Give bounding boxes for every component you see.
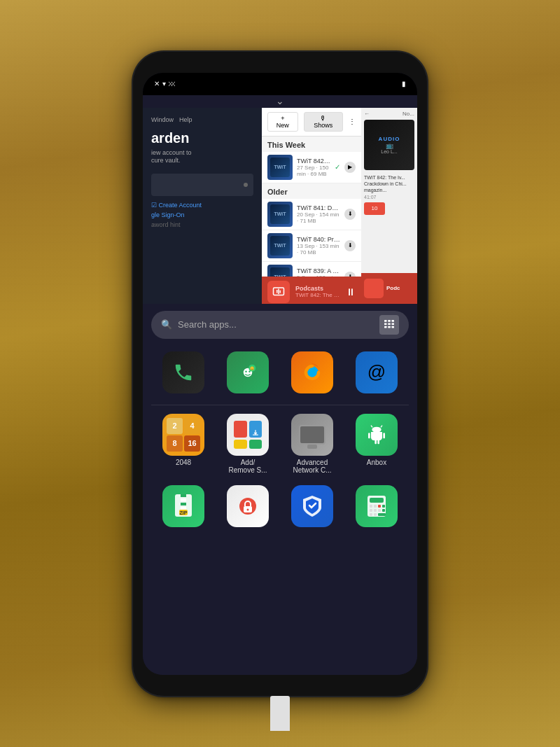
svg-point-21 xyxy=(372,426,381,432)
svg-rect-39 xyxy=(374,509,377,512)
svg-point-14 xyxy=(245,370,247,372)
episode-842[interactable]: TWiT TWiT 842: The Ivermectin ... 27 Sep… xyxy=(262,152,361,183)
right-panel-bottom-bar: Podc xyxy=(361,273,417,304)
audio-tv-thumbnail: AUDIO 📺 Leo L... xyxy=(364,120,414,170)
tile-8: 8 xyxy=(167,435,183,452)
app-addremove[interactable]: Add/Remove S... xyxy=(223,414,273,474)
episode-title-839: TWiT 839: A Faster Horse - A... xyxy=(297,267,340,274)
back-arrow[interactable]: ← xyxy=(364,111,370,117)
shows-button[interactable]: 🎙 Shows xyxy=(304,112,343,132)
app-bitwarden[interactable] xyxy=(287,485,337,530)
svg-rect-10 xyxy=(384,326,387,328)
svg-rect-6 xyxy=(392,320,395,322)
anbox-app-icon[interactable] xyxy=(356,414,398,456)
panel-password-manager: Window Help arden iew account tocure vau… xyxy=(143,108,262,307)
panel-podcasts[interactable]: + New 🎙 Shows ⋮ This Week TWiT TWiT 842:… xyxy=(262,108,361,307)
svg-rect-11 xyxy=(388,326,391,328)
at-sign: @ xyxy=(368,361,386,383)
now-playing-app-name: Podcasts xyxy=(295,285,340,292)
addremove-app-icon[interactable] xyxy=(227,414,269,456)
lock-icon-inner xyxy=(227,485,269,527)
panel-right: ← No... AUDIO 📺 Leo L... TWiT 842: The I… xyxy=(361,108,417,307)
addremove-label: Add/Remove S... xyxy=(228,459,267,474)
sso-link[interactable]: gle Sign-On xyxy=(151,211,253,218)
episode-info-840: TWiT 840: Princess Peach 3-F... 13 Sep ·… xyxy=(297,236,340,256)
tv-label: 📺 xyxy=(386,142,393,149)
network-app-icon[interactable] xyxy=(291,414,333,456)
app-calculator[interactable] xyxy=(351,485,402,530)
calc-icon-inner xyxy=(356,485,398,527)
create-account-link[interactable]: ☑ Create Account xyxy=(151,202,253,209)
dropdown-chevron[interactable]: ⌄ xyxy=(276,95,284,106)
app-2048[interactable]: 2 4 8 16 2048 xyxy=(158,414,209,474)
panel-right-toolbar: ← No... xyxy=(364,111,414,117)
firefox-app-icon[interactable] xyxy=(291,351,333,393)
menu-window[interactable]: Window xyxy=(151,116,174,123)
menu-help[interactable]: Help xyxy=(179,116,192,123)
app-zip[interactable]: ZIP xyxy=(158,485,209,530)
lock-app-icon[interactable] xyxy=(227,485,269,527)
zip-icon-inner: ZIP xyxy=(162,485,204,527)
password-input[interactable] xyxy=(151,174,253,196)
ar-blue-download xyxy=(249,421,262,438)
search-placeholder: Search apps... xyxy=(178,319,374,330)
episode-badge: 10 xyxy=(364,202,385,215)
episode-thumb-841: TWiT xyxy=(267,202,293,227)
tile-4: 4 xyxy=(184,418,200,434)
app-chat[interactable]: 😊 xyxy=(223,351,273,396)
anbox-label: Anbox xyxy=(367,459,386,466)
bitwarden-app-icon[interactable] xyxy=(291,485,333,527)
episode-840[interactable]: TWiT TWiT 840: Princess Peach 3-F... 13 … xyxy=(262,230,361,262)
grid-icon-svg xyxy=(384,320,394,330)
ar-red xyxy=(234,421,247,438)
android-icon-svg xyxy=(365,424,388,446)
home-screen: 🔍 Search apps... xyxy=(143,304,417,675)
email-app-icon[interactable]: @ xyxy=(356,351,398,393)
new-button[interactable]: + New xyxy=(267,112,298,132)
app-2048-icon[interactable]: 2 4 8 16 xyxy=(162,414,204,456)
svg-rect-41 xyxy=(382,509,385,512)
svg-rect-1 xyxy=(276,290,278,293)
chat-app-icon[interactable]: 😊 xyxy=(227,351,269,393)
svg-rect-34 xyxy=(370,505,372,508)
zip-app-icon[interactable]: ZIP xyxy=(162,485,204,527)
menu-bar: Window Help xyxy=(151,116,253,123)
row-divider xyxy=(151,405,409,405)
episode-841[interactable]: TWiT TWiT 841: Dancing Bullwinkle ... 20… xyxy=(262,199,361,230)
app-phone[interactable] xyxy=(158,351,209,396)
grid-view-icon[interactable] xyxy=(379,315,399,335)
download-841[interactable]: ⬇ xyxy=(344,209,356,220)
now-playing-bar[interactable]: Podcasts TWiT 842: The Ivermectin of Sma… xyxy=(262,277,361,307)
timestamp: 41:07 xyxy=(364,195,414,200)
download-840[interactable]: ⬇ xyxy=(344,240,356,251)
downloaded-check: ✓ xyxy=(335,163,340,171)
app-lock[interactable] xyxy=(223,485,273,530)
phone-screen: ✕ ▾ ⯵ 14:37 ▮ ⌄ Window Help arden iew ac… xyxy=(143,73,417,675)
more-menu-icon[interactable]: ⋮ xyxy=(349,118,356,125)
bitwarden-icon-inner xyxy=(291,485,333,527)
badge-count: 10 xyxy=(372,205,378,211)
search-bar[interactable]: 🔍 Search apps... xyxy=(151,311,409,339)
play-button-842[interactable]: ▶ xyxy=(344,162,356,173)
calc-app-icon[interactable] xyxy=(356,485,398,527)
tile-grid: 2 4 8 16 xyxy=(162,414,204,456)
app-firefox[interactable] xyxy=(287,351,337,396)
app-subtitle: iew account tocure vault. xyxy=(151,149,253,165)
calc-icon-svg xyxy=(366,494,387,518)
svg-rect-33 xyxy=(370,498,384,503)
svg-rect-35 xyxy=(374,505,377,508)
svg-rect-7 xyxy=(384,323,387,325)
panel-right-top: ← No... AUDIO 📺 Leo L... TWiT 842: The I… xyxy=(361,108,417,273)
bluetooth-icon: ⯵ xyxy=(169,80,176,88)
pause-button[interactable]: ⏸ xyxy=(346,286,356,298)
app-network[interactable]: AdvancedNetwork C... xyxy=(287,414,337,474)
search-icon: 🔍 xyxy=(161,319,172,330)
phone-device: ✕ ▾ ⯵ 14:37 ▮ ⌄ Window Help arden iew ac… xyxy=(133,52,427,696)
ar-green xyxy=(249,440,262,449)
phone-app-icon[interactable] xyxy=(162,351,204,393)
app-email[interactable]: @ xyxy=(351,351,402,396)
app-anbox[interactable]: Anbox xyxy=(351,414,402,474)
episode-info-841: TWiT 841: Dancing Bullwinkle ... 20 Sep … xyxy=(297,204,340,224)
firefox-icon-svg xyxy=(300,360,325,385)
svg-rect-38 xyxy=(370,509,372,512)
